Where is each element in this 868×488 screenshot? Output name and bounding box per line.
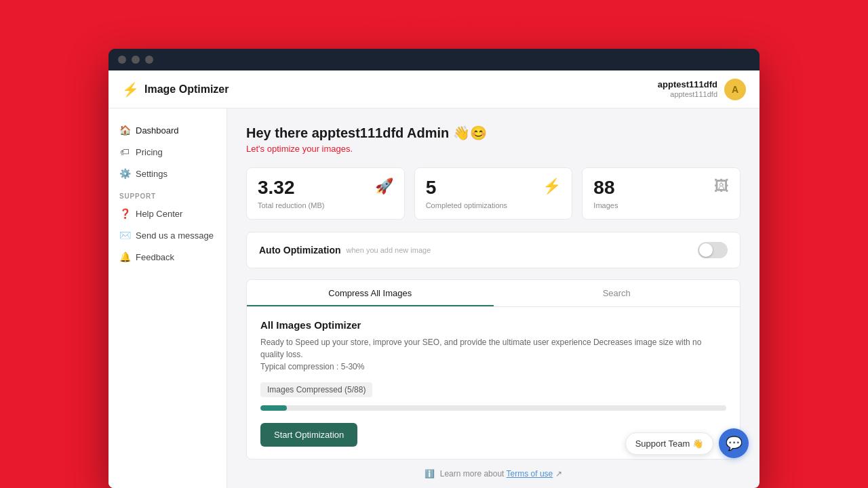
top-logo: Pix Optimizer (348, 0, 521, 49)
page-subtitle: Let's optimize your images. (246, 144, 741, 154)
feedback-icon: 🔔 (119, 251, 130, 262)
settings-icon: ⚙️ (119, 168, 130, 179)
support-section-label: SUPPORT (108, 184, 226, 203)
toggle-knob (699, 243, 713, 257)
sidebar-item-label: Feedback (136, 252, 174, 262)
stat-label-completed: Completed optimizations (426, 201, 507, 209)
progress-bar-fill (260, 405, 287, 411)
sidebar-item-label: Send us a message (136, 230, 214, 241)
stats-row: 3.32 Total reduction (MB) 🚀 5 Completed … (246, 167, 741, 220)
images-icon: 🖼 (714, 178, 729, 195)
badge-text: Images Compressed (5/88) (267, 385, 366, 394)
sidebar-item-pricing[interactable]: 🏷 Pricing (108, 141, 226, 163)
info-icon: ℹ️ (425, 469, 435, 479)
auto-opt-toggle[interactable] (698, 242, 728, 258)
stat-value-completed: 5 (426, 178, 507, 199)
auto-optimization-card: Auto Optimization when you add new image (246, 232, 741, 268)
sidebar-item-label: Dashboard (136, 125, 179, 136)
app-header-left: ⚡ Image Optimizer (122, 81, 229, 98)
avatar[interactable]: A (724, 79, 746, 100)
sidebar-item-dashboard[interactable]: 🏠 Dashboard (108, 119, 226, 141)
optimizer-title: All Images Optimizer (260, 319, 726, 331)
terms-of-use-link[interactable]: Terms of use (507, 469, 553, 479)
tab-compress-all[interactable]: Compress All Images (247, 280, 494, 306)
stat-value-reduction: 3.32 (258, 178, 324, 199)
browser-dot-max (145, 56, 153, 64)
support-chat-button[interactable]: 💬 (719, 428, 749, 458)
browser-dot-close (118, 56, 126, 64)
sidebar-item-label: Pricing (136, 147, 163, 157)
chat-icon: 💬 (726, 435, 743, 451)
stat-card-images: 88 Images 🖼 (582, 167, 741, 220)
sidebar-item-help-center[interactable]: ❓ Help Center (108, 203, 226, 224)
auto-opt-subtitle: when you add new image (347, 246, 431, 254)
sidebar: 🏠 Dashboard 🏷 Pricing ⚙️ Settings SUPPOR… (108, 108, 227, 488)
pricing-icon: 🏷 (119, 146, 130, 157)
app-footer: ℹ️ Learn more about Terms of use ↗ (246, 460, 741, 488)
browser-window: ⚡ Image Optimizer apptest111dfd apptest1… (108, 49, 760, 488)
tab-label-compress: Compress All Images (328, 288, 412, 298)
tabs-header: Compress All Images Search (247, 280, 740, 307)
compressed-badge: Images Compressed (5/88) (260, 382, 372, 397)
auto-opt-left: Auto Optimization when you add new image (259, 245, 431, 256)
main-content: Hey there apptest111dfd Admin 👋😊 Let's o… (227, 108, 760, 488)
sidebar-item-send-message[interactable]: ✉️ Send us a message (108, 224, 226, 246)
tab-search[interactable]: Search (494, 280, 741, 306)
svg-marker-0 (356, 15, 367, 37)
browser-titlebar (108, 49, 760, 70)
stat-card-completed: 5 Completed optimizations ⚡ (414, 167, 573, 220)
stat-value-images: 88 (593, 178, 618, 199)
support-widget: Support Team 👋 💬 (625, 428, 749, 458)
app-container: ⚡ Image Optimizer apptest111dfd apptest1… (108, 70, 760, 488)
stat-label-images: Images (593, 201, 618, 209)
app-logo-text: Pix Optimizer (382, 14, 521, 39)
optimizer-desc: Ready to Speed up your store, improve yo… (260, 336, 726, 373)
tab-label-search: Search (603, 288, 631, 298)
dashboard-icon: 🏠 (119, 125, 130, 136)
app-body: 🏠 Dashboard 🏷 Pricing ⚙️ Settings SUPPOR… (108, 108, 760, 488)
auto-opt-title: Auto Optimization (259, 245, 341, 256)
speed-icon: ⚡ (542, 178, 561, 195)
rocket-icon: 🚀 (375, 178, 393, 195)
page-greeting: Hey there apptest111dfd Admin 👋😊 (246, 125, 741, 141)
external-link-icon: ↗ (555, 469, 562, 479)
stat-card-total-reduction: 3.32 Total reduction (MB) 🚀 (246, 167, 405, 220)
sidebar-item-feedback[interactable]: 🔔 Feedback (108, 246, 226, 268)
sidebar-item-label: Settings (136, 169, 167, 179)
user-email: apptest111dfd (658, 90, 717, 99)
footer-text: Learn more about (440, 469, 507, 479)
app-header-right: apptest111dfd apptest111dfd A (658, 79, 746, 100)
progress-bar-container (260, 405, 726, 411)
stat-label-reduction: Total reduction (MB) (258, 201, 324, 209)
app-header: ⚡ Image Optimizer apptest111dfd apptest1… (108, 70, 760, 108)
start-optimization-button[interactable]: Start Optimization (260, 423, 357, 447)
user-name: apptest111dfd (658, 79, 717, 90)
message-icon: ✉️ (119, 230, 130, 241)
support-bubble: Support Team 👋 (625, 432, 713, 455)
browser-dot-min (132, 56, 140, 64)
sidebar-item-label: Help Center (136, 209, 182, 219)
header-bolt-icon: ⚡ (122, 81, 139, 98)
help-icon: ❓ (119, 208, 130, 219)
sidebar-item-settings[interactable]: ⚙️ Settings (108, 163, 226, 184)
bolt-icon (348, 12, 375, 39)
user-info: apptest111dfd apptest111dfd (658, 79, 717, 99)
app-header-title: Image Optimizer (144, 83, 229, 96)
